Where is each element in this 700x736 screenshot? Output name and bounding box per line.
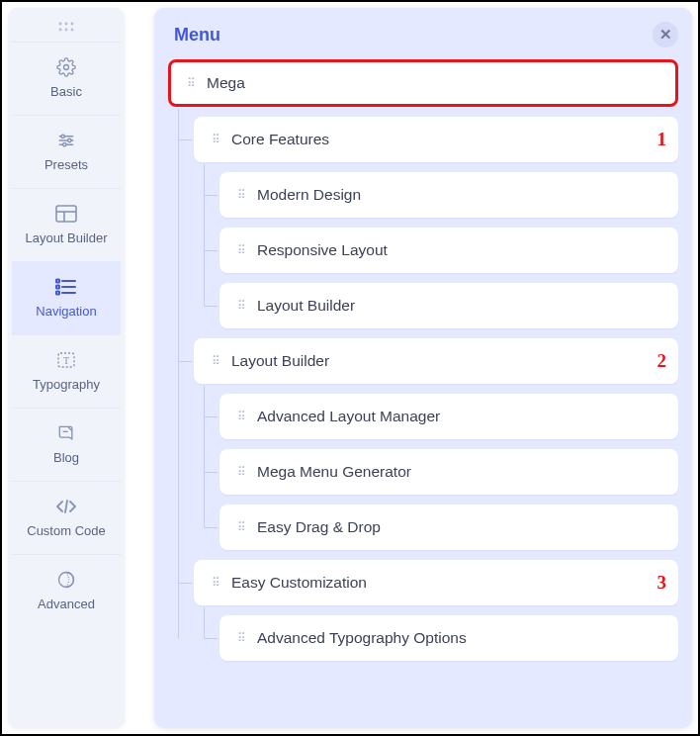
annotation-badge: 2	[657, 350, 667, 372]
sidebar-item-label: Navigation	[36, 304, 96, 319]
drag-grip-icon[interactable]: ⠿	[183, 76, 197, 90]
menu-children: ⠿ Core Features 1 ⠿ Modern Design ⠿ Resp…	[168, 117, 678, 661]
list-icon	[55, 276, 77, 298]
code-icon	[55, 496, 77, 517]
sidebar-item-navigation[interactable]: Navigation	[12, 261, 121, 334]
sliders-icon	[55, 130, 77, 151]
menu-item[interactable]: ⠿ Mega Menu Generator	[219, 449, 678, 495]
svg-point-11	[68, 138, 71, 141]
menu-item-label: Layout Builder	[231, 352, 329, 370]
annotation-badge: 3	[657, 572, 667, 594]
sidebar-item-custom-code[interactable]: Custom Code	[12, 481, 121, 554]
menu-children: ⠿ Modern Design ⠿ Responsive Layout ⠿ La…	[194, 172, 678, 328]
sidebar-item-label: Blog	[53, 450, 79, 465]
panel-header: Menu ✕	[154, 8, 692, 59]
svg-point-5	[71, 29, 74, 32]
svg-point-4	[65, 29, 68, 32]
sidebar-item-basic[interactable]: Basic	[12, 42, 121, 115]
gear-icon	[55, 56, 77, 78]
drag-grip-icon[interactable]: ⠿	[233, 631, 247, 645]
menu-item-easy-customization[interactable]: ⠿ Easy Customization 3	[194, 560, 678, 605]
sidebar-item-presets[interactable]: Presets	[12, 115, 121, 188]
sidebar-item-blog[interactable]: Blog	[12, 408, 121, 481]
drag-grip-icon[interactable]: ⠿	[233, 520, 247, 534]
menu-item-label: Modern Design	[257, 186, 361, 204]
sidebar-item-label: Layout Builder	[25, 230, 107, 245]
typography-icon: T	[55, 349, 77, 371]
drag-grip-icon[interactable]: ⠿	[233, 299, 247, 313]
svg-point-2	[71, 23, 74, 26]
layout-icon	[55, 203, 77, 225]
menu-item-label: Advanced Layout Manager	[257, 408, 440, 425]
advanced-icon	[55, 569, 77, 591]
menu-item-label: Layout Builder	[257, 297, 355, 315]
sidebar-item-label: Advanced	[38, 597, 95, 611]
menu-children: ⠿ Advanced Layout Manager ⠿ Mega Menu Ge…	[194, 394, 678, 550]
menu-item[interactable]: ⠿ Easy Drag & Drop	[219, 505, 678, 550]
svg-point-10	[61, 135, 64, 138]
svg-text:T: T	[63, 355, 69, 366]
menu-item-mega[interactable]: ⠿ Mega	[168, 59, 678, 107]
svg-rect-20	[56, 286, 59, 289]
sidebar-item-label: Presets	[44, 157, 88, 172]
svg-line-25	[65, 501, 67, 512]
drag-grip-icon[interactable]: ⠿	[233, 410, 247, 423]
sidebar-item-label: Typography	[33, 377, 100, 392]
svg-point-1	[65, 23, 68, 26]
blog-icon	[55, 422, 77, 444]
drag-grip-icon[interactable]: ⠿	[233, 188, 247, 202]
menu-item-core-features[interactable]: ⠿ Core Features 1	[194, 117, 678, 162]
annotation-badge: 1	[657, 129, 667, 150]
menu-item-label: Mega Menu Generator	[257, 463, 411, 481]
menu-item[interactable]: ⠿ Responsive Layout	[219, 228, 678, 273]
close-button[interactable]: ✕	[653, 22, 678, 47]
menu-item[interactable]: ⠿ Advanced Typography Options	[219, 615, 678, 661]
panel-body: ⠿ Mega ⠿ Core Features 1 ⠿ Modern Design…	[154, 59, 692, 671]
sidebar-item-label: Custom Code	[27, 523, 105, 538]
menu-item-label: Easy Customization	[231, 574, 367, 592]
sidebar-item-layout-builder[interactable]: Layout Builder	[12, 188, 121, 261]
drag-grip-icon[interactable]: ⠿	[208, 576, 221, 590]
drag-handle-icon[interactable]	[12, 16, 121, 42]
menu-children: ⠿ Advanced Typography Options	[194, 615, 678, 661]
menu-item-label: Easy Drag & Drop	[257, 518, 381, 536]
svg-point-3	[59, 29, 62, 32]
svg-point-12	[63, 143, 66, 146]
sidebar: Basic Presets Layout Builder Navigation …	[8, 8, 125, 728]
menu-item-label: Responsive Layout	[257, 241, 388, 259]
sidebar-item-advanced[interactable]: Advanced	[12, 554, 121, 627]
drag-grip-icon[interactable]: ⠿	[233, 465, 247, 479]
menu-item-label: Core Features	[231, 131, 329, 148]
drag-grip-icon[interactable]: ⠿	[233, 243, 247, 257]
svg-point-6	[64, 65, 69, 70]
menu-item[interactable]: ⠿ Modern Design	[219, 172, 678, 218]
svg-point-0	[59, 23, 62, 26]
svg-rect-21	[56, 292, 59, 295]
sidebar-item-label: Basic	[50, 84, 82, 99]
drag-grip-icon[interactable]: ⠿	[208, 354, 221, 368]
menu-item[interactable]: ⠿ Advanced Layout Manager	[219, 394, 678, 439]
svg-rect-13	[56, 206, 76, 222]
menu-item[interactable]: ⠿ Layout Builder	[219, 283, 678, 328]
svg-rect-19	[56, 280, 59, 283]
menu-item-layout-builder[interactable]: ⠿ Layout Builder 2	[194, 338, 678, 384]
menu-item-label: Mega	[207, 74, 245, 92]
sidebar-item-typography[interactable]: T Typography	[12, 334, 121, 408]
close-icon: ✕	[659, 26, 672, 44]
panel-title: Menu	[174, 25, 220, 46]
menu-item-label: Advanced Typography Options	[257, 629, 467, 647]
menu-panel: Menu ✕ ⠿ Mega ⠿ Core Features 1 ⠿ Modern…	[154, 8, 692, 728]
drag-grip-icon[interactable]: ⠿	[208, 133, 221, 146]
